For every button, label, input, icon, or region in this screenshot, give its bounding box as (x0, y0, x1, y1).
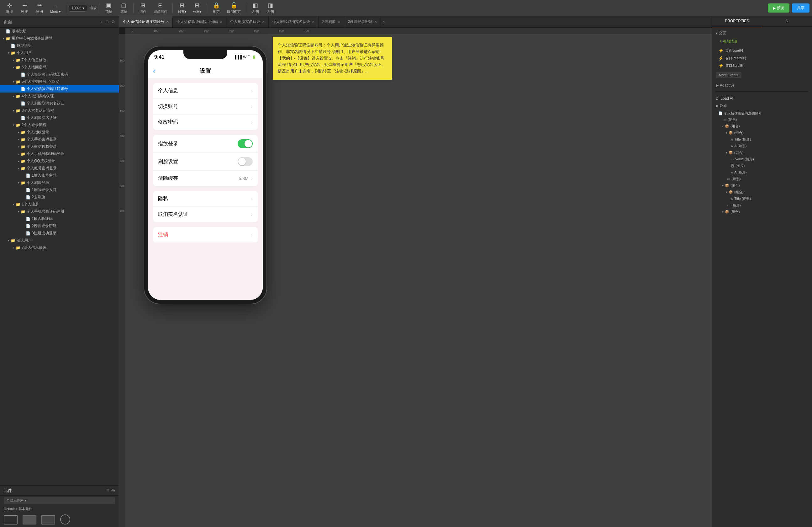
tab-note[interactable]: N (762, 16, 812, 26)
tree-item-n28[interactable]: ▾📁法人用户 (0, 237, 119, 244)
tree-item-n21[interactable]: 📄1刷脸登录入口 (0, 186, 119, 194)
tree-item-n5[interactable]: 📄个人短信验证码找回密码 (0, 71, 119, 78)
settings-item-privacy[interactable]: 隐私 › (153, 191, 258, 207)
tree-item-n17[interactable]: ▸📁个人QQ授权登录 (0, 157, 119, 165)
settings-item-change-password[interactable]: 修改密码 › (153, 114, 258, 130)
outline-item[interactable]: ▭(矩形) (717, 116, 808, 123)
tree-item-n7[interactable]: 📄个人短信验证码注销账号 (0, 85, 119, 92)
tree-item-n24[interactable]: ▾📁个人手机号验证码注册 (0, 208, 119, 215)
group-btn[interactable]: ⊞ 组件 (136, 1, 150, 15)
tree-item-n25[interactable]: 📄1输入验证码 (0, 215, 119, 223)
close-tab-icon[interactable]: ✕ (220, 20, 222, 24)
align-btn[interactable]: ⊟ 对齐▾ (175, 1, 189, 15)
event-window-scroll[interactable]: ⚡ 窗口Scroll时 (718, 62, 808, 69)
settings-item-cache[interactable]: 清除缓存 5.3M › (153, 171, 258, 186)
canvas[interactable]: 9:41 ▐▐▐ WiFi 🔋 ‹ (126, 34, 712, 527)
outline-item[interactable]: ▾📦(组合) (717, 189, 808, 196)
component-rectangle-gray[interactable] (23, 515, 37, 525)
settings-item-logout[interactable]: 注销 › (153, 227, 258, 242)
outline-item[interactable]: ATitle (矩形) (717, 196, 808, 202)
tab-t3[interactable]: 个人刷脸实名认证✕ (226, 16, 269, 28)
tab-t4[interactable]: 个人刷脸取消实名认证✕ (269, 16, 319, 28)
sidebar-search-icon[interactable]: ⊕ (105, 19, 109, 24)
event-page-load[interactable]: ⚡ 页面Load时 (718, 47, 808, 54)
more-events-button[interactable]: More Events (716, 72, 741, 78)
right-side-btn[interactable]: ◨ 右侧 (264, 1, 277, 15)
add-page-icon[interactable]: + (100, 19, 103, 24)
tree-item-root2[interactable]: ▾📁用户中心App端基础原型 (0, 35, 119, 42)
outline-item[interactable]: 🖼(图片) (717, 162, 808, 169)
tree-item-n10[interactable]: ▾📁3个人实名认证流程 (0, 107, 119, 114)
component-search-icon[interactable]: ⊕ (111, 487, 115, 494)
component-rectangle-light[interactable] (41, 515, 55, 525)
outline-item[interactable]: ▾📦(组合) (717, 123, 808, 130)
tree-item-n11[interactable]: 📄个人刷脸实名认证 (0, 114, 119, 122)
component-filter-dropdown[interactable]: 全部元件库 ▾ (4, 497, 115, 504)
settings-item-fingerprint[interactable]: 指纹登录 (153, 135, 258, 153)
connect-tool[interactable]: ⊸ 连接 (17, 1, 31, 15)
tree-item-n4[interactable]: ▾📁6个人找回密码 (0, 64, 119, 71)
tree-item-n9[interactable]: 📄个人刷脸取消实名认证 (0, 100, 119, 107)
tree-item-n29[interactable]: ▸📁7法人信息修改 (0, 244, 119, 251)
tab-properties[interactable]: PROPERTIES (712, 16, 762, 26)
sidebar-settings-icon[interactable]: ⚙ (111, 19, 115, 24)
tree-item-n22[interactable]: 📄2去刷脸 (0, 194, 119, 201)
close-tab-icon[interactable]: ✕ (166, 20, 169, 24)
outline-item[interactable]: AA (矩形) (717, 169, 808, 176)
tree-item-n15[interactable]: ▸📁个人微信授权登录 (0, 143, 119, 150)
outline-item[interactable]: ▭(矩形) (717, 202, 808, 209)
outline-item[interactable]: ATitle (矩形) (717, 136, 808, 143)
event-window-resize[interactable]: ⚡ 窗口Resize时 (718, 54, 808, 62)
outline-item[interactable]: ▾📦(组合) (717, 149, 808, 156)
settings-item-switch-account[interactable]: 切换账号 › (153, 99, 258, 114)
settings-item-cancel-real-name[interactable]: 取消实名认证 › (153, 207, 258, 222)
tree-item-n2[interactable]: ▾📁个人用户 (0, 49, 119, 56)
tree-item-n14[interactable]: ▸📁个人手势密码登录 (0, 136, 119, 143)
add-interaction-btn[interactable]: + 添加情形 (720, 39, 738, 44)
select-tool[interactable]: ⊹ 选择 (2, 1, 16, 15)
face-toggle[interactable] (238, 157, 253, 166)
distribute-btn[interactable]: ⊟ 分布▾ (190, 1, 204, 15)
outline-item[interactable]: ▾📦(组合) (717, 130, 808, 136)
tab-scroll-arrow[interactable]: › (381, 19, 386, 25)
tree-item-n8[interactable]: ▾📁4个人取消实名认证 (0, 92, 119, 100)
tree-item-n26[interactable]: 📄2设置登录密码 (0, 223, 119, 230)
unlock-btn[interactable]: 🔓 取消锁定 (224, 1, 243, 15)
outline-item[interactable]: ▾📦(组合) (717, 209, 808, 215)
more-tool[interactable]: ··· More ▾ (48, 1, 63, 15)
close-tab-icon[interactable]: ✕ (312, 20, 315, 24)
top-layer-btn[interactable]: ▣ 顶层 (102, 1, 116, 15)
outline-item[interactable]: AA (矩形) (717, 143, 808, 149)
outline-item[interactable]: ▭Value (矩形) (717, 156, 808, 162)
share-button[interactable]: 共享 (792, 3, 810, 13)
tree-item-n20[interactable]: ▾📁个人刷脸登录 (0, 179, 119, 186)
component-circle[interactable] (60, 514, 70, 525)
tree-item-n19[interactable]: 📄1输入账号密码 (0, 172, 119, 179)
tree-item-n16[interactable]: ▸📁个人手机号验证码登录 (0, 150, 119, 157)
tree-item-n3[interactable]: ▸📁7个人信息修改 (0, 56, 119, 64)
tree-item-n1[interactable]: 📄原型说明 (0, 42, 119, 49)
ungroup-btn[interactable]: ⊟ 取消组件 (151, 1, 170, 15)
tree-item-n12[interactable]: ▾📁2个人登录流程 (0, 122, 119, 129)
left-side-btn[interactable]: ◧ 左侧 (249, 1, 262, 15)
settings-item-face[interactable]: 刷脸设置 (153, 153, 258, 171)
zoom-control[interactable]: 100% ▾ (69, 5, 87, 12)
component-rectangle[interactable] (4, 515, 17, 525)
bottom-layer-btn[interactable]: ▢ 底层 (117, 1, 131, 15)
back-button[interactable]: ‹ (153, 67, 155, 75)
outline-item[interactable]: ▾📦(组合) (717, 182, 808, 189)
tree-item-n27[interactable]: 📄3注册成功登录 (0, 230, 119, 237)
tab-t6[interactable]: 2设置登录密码✕ (344, 16, 381, 28)
tab-t2[interactable]: 个人短信验证码找回密码✕ (173, 16, 226, 28)
lock-btn[interactable]: 🔒 锁定 (209, 1, 223, 15)
tree-item-n18[interactable]: ▾📁个人账号密码登录 (0, 165, 119, 172)
tree-item-n6[interactable]: ▾📁5个人注销账号（优化） (0, 78, 119, 85)
draw-tool[interactable]: ✏ 绘图 (33, 1, 46, 15)
close-tab-icon[interactable]: ✕ (338, 20, 340, 24)
tree-item-root1[interactable]: 📄版本说明 (0, 28, 119, 35)
preview-button[interactable]: ▶ 预览 (768, 3, 789, 13)
tree-item-n23[interactable]: ▾📁1个人注册 (0, 201, 119, 208)
fingerprint-toggle[interactable] (238, 139, 253, 148)
settings-item-personal-info[interactable]: 个人信息 › (153, 83, 258, 99)
close-tab-icon[interactable]: ✕ (262, 20, 265, 24)
